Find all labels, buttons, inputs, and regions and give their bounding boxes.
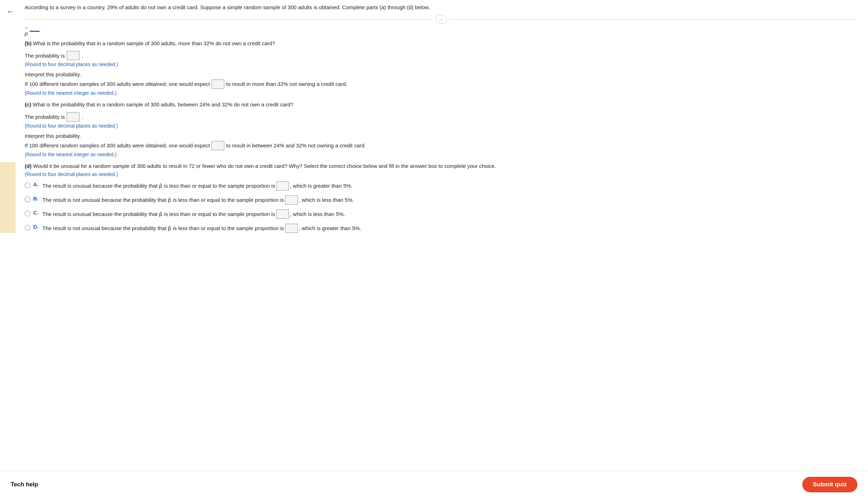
part-b-prob-row: The probability is .	[25, 51, 857, 60]
part-b-expect-row: If 100 different random samples of 300 a…	[25, 80, 857, 89]
part-c-interpret: Interpret this probability.	[25, 133, 857, 139]
p-hat-label: ^ p	[25, 27, 28, 36]
divider: ···	[25, 15, 857, 23]
part-b-expect-input[interactable]	[212, 80, 224, 89]
choice-d-letter: D.	[33, 224, 40, 230]
tech-help-label: Tech help	[11, 481, 38, 488]
divider-dots: ···	[435, 15, 447, 23]
part-c-prob-text-before: The probability is	[25, 114, 65, 120]
part-d-section: (d) Would it be unusual for a random sam…	[25, 162, 857, 233]
choice-d-row: D. The result is not unusual because the…	[25, 224, 857, 233]
part-b-section: (b) What is the probability that in a ra…	[25, 40, 857, 96]
choice-c-input[interactable]	[276, 210, 289, 219]
part-b-prob-text-before: The probability is	[25, 53, 65, 59]
choice-a-letter: A.	[33, 181, 40, 187]
choice-b-letter: B.	[33, 195, 40, 201]
choice-d-text: The result is not unusual because the pr…	[42, 224, 361, 233]
part-c-question: (c) What is the probability that in a ra…	[25, 101, 857, 109]
part-c-prob-row: The probability is .	[25, 112, 857, 122]
choice-a-row: A. The result is unusual because the pro…	[25, 181, 857, 191]
submit-quiz-button[interactable]: Submit quiz	[802, 477, 857, 492]
choice-d-input[interactable]	[285, 224, 298, 233]
part-b-prob-text-after: .	[82, 53, 83, 59]
part-c-prob-input[interactable]	[67, 112, 79, 122]
choice-c-row: C. The result is unusual because the pro…	[25, 210, 857, 219]
part-c-section: (c) What is the probability that in a ra…	[25, 101, 857, 157]
part-b-round-note: (Round to four decimal places as needed.…	[25, 61, 857, 67]
part-c-expect-row: If 100 different random samples of 300 a…	[25, 141, 857, 150]
part-c-prob-text-after: .	[82, 114, 83, 120]
part-c-round-note2: (Round to the nearest integer as needed.…	[25, 152, 857, 157]
part-b-question: (b) What is the probability that in a ra…	[25, 40, 857, 48]
choices-container: A. The result is unusual because the pro…	[25, 181, 857, 233]
choice-c-radio[interactable]	[25, 211, 30, 216]
choice-b-radio[interactable]	[25, 197, 30, 202]
choice-a-radio[interactable]	[25, 182, 30, 188]
choice-a-text: The result is unusual because the probab…	[42, 181, 352, 191]
choice-c-letter: C.	[33, 210, 40, 216]
choice-b-row: B. The result is not unusual because the…	[25, 195, 857, 205]
part-c-expect-input[interactable]	[212, 141, 224, 150]
p-hat-underline	[30, 31, 40, 32]
choice-d-radio[interactable]	[25, 225, 30, 230]
choice-a-input[interactable]	[276, 181, 289, 191]
yellow-accent	[0, 162, 16, 233]
part-d-question: (d) Would it be unusual for a random sam…	[25, 162, 857, 170]
footer: Tech help Submit quiz	[0, 471, 868, 498]
back-button[interactable]: ←	[6, 7, 14, 16]
choice-b-text: The result is not unusual because the pr…	[42, 195, 354, 205]
part-b-prob-input[interactable]	[67, 51, 79, 60]
part-c-round-note: (Round to four decimal places as needed.…	[25, 123, 857, 129]
intro-text: According to a survey in a country, 29% …	[25, 4, 857, 12]
part-b-round-note2: (Round to the nearest integer as needed.…	[25, 90, 857, 96]
part-d-round-note: (Round to four decimal places as needed.…	[25, 171, 857, 177]
choice-c-text: The result is unusual because the probab…	[42, 210, 345, 219]
choice-b-input[interactable]	[285, 195, 298, 205]
part-b-interpret: Interpret this probability.	[25, 71, 857, 77]
